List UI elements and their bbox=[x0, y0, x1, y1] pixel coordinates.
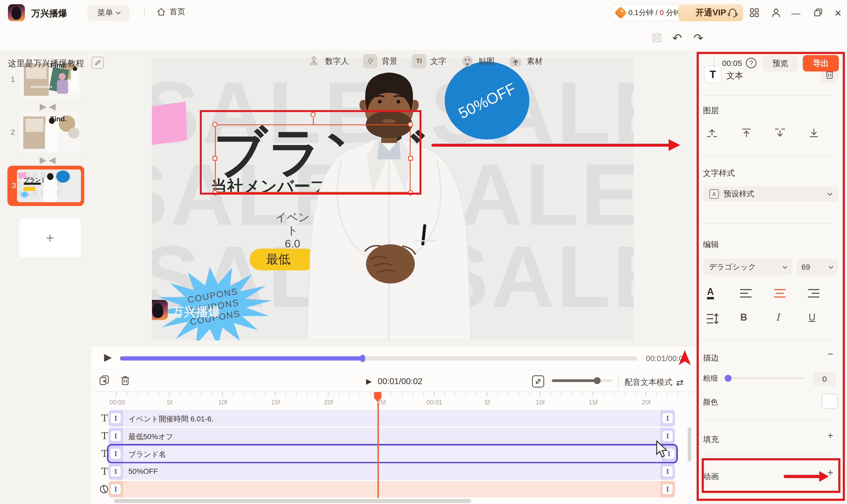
font-color-button[interactable]: A bbox=[707, 286, 714, 300]
clip-handle-icon[interactable]: I bbox=[111, 484, 121, 494]
align-left-icon[interactable] bbox=[740, 288, 752, 299]
ruler-label: 20f bbox=[642, 399, 650, 406]
font-family-dropdown[interactable]: デラゴシック bbox=[703, 259, 792, 275]
timeline-zoom-slider[interactable] bbox=[552, 379, 613, 382]
restore-button[interactable] bbox=[813, 7, 823, 17]
track-label: 50%OFF bbox=[128, 467, 158, 476]
align-center-icon-active[interactable] bbox=[774, 288, 786, 299]
collapse-stroke-button[interactable]: − bbox=[827, 348, 833, 360]
play-button[interactable]: ▶ bbox=[104, 351, 112, 363]
clip-handle-icon[interactable]: I bbox=[663, 466, 672, 476]
timeline-section: ▶ 00:01/00:02 配音文本模式 ⇄ 00:00 5f 10f 15f … bbox=[91, 369, 696, 504]
add-fill-button[interactable]: + bbox=[827, 430, 833, 441]
italic-button[interactable]: I bbox=[776, 312, 779, 323]
horizontal-scrollbar[interactable] bbox=[114, 499, 471, 503]
slide-number: 1 bbox=[11, 75, 15, 84]
rename-button[interactable] bbox=[92, 57, 104, 69]
mode-label: 配音文本模式 bbox=[625, 377, 672, 388]
video-canvas[interactable]: SALE SALE SALE SALE SALE SALE 50%OFF ブラン… bbox=[152, 58, 634, 340]
clip-handle-icon[interactable]: I bbox=[111, 413, 121, 423]
account-button[interactable] bbox=[771, 7, 781, 18]
help-icon[interactable]: ? bbox=[746, 58, 756, 68]
thickness-value[interactable]: 0 bbox=[813, 372, 836, 386]
thumb-canvas-mini: SALE SALESALE SALESALE SALE ブランド bbox=[17, 169, 81, 202]
undo-button[interactable]: ↶ bbox=[672, 31, 682, 45]
delete-button[interactable] bbox=[120, 375, 130, 386]
support-button[interactable] bbox=[727, 7, 738, 18]
panel-title: 文本 bbox=[726, 70, 743, 82]
track-text-1[interactable]: T I イベント開催時間 6.01-6. I bbox=[109, 410, 675, 427]
tab-text[interactable]: TI 文字 bbox=[412, 54, 446, 68]
transition-icon[interactable] bbox=[39, 103, 56, 111]
ruler-ticks-major bbox=[116, 392, 694, 396]
thickness-knob[interactable] bbox=[725, 375, 732, 382]
close-button[interactable]: ✕ bbox=[834, 8, 842, 19]
clip-handle-icon[interactable]: I bbox=[111, 466, 121, 476]
track-text-4[interactable]: T I 50%OFF I bbox=[109, 463, 675, 480]
fit-timeline-button[interactable] bbox=[532, 375, 544, 388]
minutes-quota[interactable]: 0.1分钟 / 0 分钟 开通VIP bbox=[611, 4, 743, 21]
slide-thumbnail-2[interactable]: Find. bbox=[19, 112, 81, 154]
voiceover-mode-toggle[interactable]: 配音文本模式 ⇄ bbox=[625, 377, 684, 388]
line-spacing-icon[interactable] bbox=[706, 313, 719, 325]
send-to-back-icon[interactable] bbox=[808, 127, 820, 139]
stroke-color-swatch[interactable] bbox=[822, 394, 838, 409]
tab-label: 素材 bbox=[527, 56, 543, 67]
timeline-play-button[interactable]: ▶ bbox=[366, 377, 372, 386]
bring-to-front-icon[interactable] bbox=[741, 127, 752, 139]
apps-button[interactable] bbox=[749, 7, 760, 18]
slide-thumbnail-3-selected[interactable]: 3 SALE SALESALE SALESALE SALE ブランド bbox=[7, 166, 84, 206]
sticker-track-icon bbox=[99, 484, 109, 494]
tab-label: 贴图 bbox=[479, 56, 494, 67]
clip-handle-icon[interactable]: I bbox=[663, 431, 672, 441]
vertical-scrollbar[interactable] bbox=[688, 427, 691, 462]
pink-shape[interactable] bbox=[152, 102, 187, 147]
tab-avatar[interactable]: 数字人 bbox=[307, 54, 349, 68]
thickness-slider[interactable] bbox=[723, 377, 806, 379]
zoom-knob[interactable] bbox=[594, 377, 600, 384]
trim-handle[interactable] bbox=[672, 450, 675, 457]
clip-handle-icon[interactable]: I bbox=[111, 449, 121, 459]
clip-handle-icon[interactable]: I bbox=[111, 431, 121, 441]
restore-icon bbox=[813, 7, 823, 17]
track-sticker[interactable]: I I bbox=[109, 481, 675, 498]
transition-icon[interactable] bbox=[39, 157, 56, 165]
home-label: 首页 bbox=[169, 6, 185, 17]
preset-style-dropdown[interactable]: A 预设样式 bbox=[703, 186, 838, 202]
track-text-3-selected[interactable]: T I ブランド名 I bbox=[109, 446, 676, 462]
bring-forward-icon[interactable] bbox=[706, 127, 718, 139]
font-family-value: デラゴシック bbox=[709, 262, 756, 272]
tab-sticker[interactable]: 贴图 bbox=[461, 54, 494, 68]
ruler-label: 5f bbox=[167, 399, 172, 406]
clip-handle-icon[interactable]: I bbox=[663, 484, 672, 494]
stroke-section-label: 描边 bbox=[703, 353, 719, 363]
save-button[interactable] bbox=[651, 32, 662, 43]
tab-background[interactable]: 背景 bbox=[363, 54, 398, 68]
add-slide-button[interactable]: + bbox=[19, 218, 81, 258]
redo-button[interactable]: ↷ bbox=[693, 31, 703, 45]
track-label: ブランド名 bbox=[128, 449, 166, 460]
bold-button[interactable]: B bbox=[740, 312, 747, 323]
preview-button[interactable]: 预览 bbox=[763, 55, 798, 71]
tab-label: 数字人 bbox=[325, 56, 349, 67]
seek-bar[interactable] bbox=[120, 356, 637, 361]
clip-handle-icon[interactable]: I bbox=[663, 413, 672, 423]
track-text-2[interactable]: T I 最低50%オフ I bbox=[109, 428, 675, 444]
tab-material[interactable]: 素材 bbox=[509, 54, 543, 68]
minimize-button[interactable]: — bbox=[791, 8, 800, 18]
seek-knob[interactable] bbox=[360, 355, 365, 362]
app-window: 万兴播爆 菜单 首页 0.1分钟 / 0 分钟 开通VIP — ✕ 这里是 bbox=[0, 0, 847, 504]
stroke-color-label: 颜色 bbox=[703, 397, 718, 407]
duplicate-button[interactable] bbox=[99, 375, 110, 386]
menu-button[interactable]: 菜单 bbox=[87, 5, 130, 21]
playhead-line[interactable] bbox=[377, 402, 379, 498]
underline-button[interactable]: U bbox=[809, 312, 815, 323]
font-size-dropdown[interactable]: 69 bbox=[796, 259, 838, 275]
thumb-brand-text: wondershare bbox=[31, 85, 52, 89]
timeline-time: 00:01/00:02 bbox=[378, 376, 422, 386]
align-right-icon[interactable] bbox=[808, 288, 820, 299]
playhead-pin[interactable] bbox=[374, 392, 381, 402]
export-button[interactable]: 导出 bbox=[803, 55, 839, 71]
send-backward-icon[interactable] bbox=[774, 127, 786, 139]
home-button[interactable]: 首页 bbox=[157, 6, 185, 17]
